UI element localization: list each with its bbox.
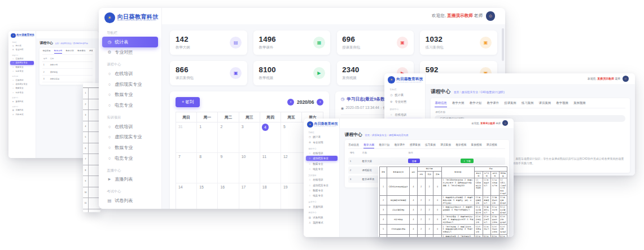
calendar-day[interactable]: 17 (239, 183, 260, 209)
sidebar-entry[interactable]: ○ 在线培训 (99, 68, 161, 79)
sidebar-entry[interactable]: ► 直播列表 (8, 99, 36, 103)
sidebar-entry[interactable]: ○ 电竞专业 (99, 100, 161, 111)
avatar[interactable]: ☺ (502, 120, 508, 126)
download-button[interactable]: ⇩下载 (461, 159, 474, 163)
breadcrumb-link[interactable]: 课程概况内容列表 (389, 134, 409, 137)
tab[interactable]: 练习案例 (522, 101, 533, 107)
sidebar-entry[interactable]: ○ 在线培训 (384, 112, 425, 119)
tab[interactable]: 课后案例 (440, 143, 451, 148)
breadcrumb-link[interactable]: 首页 (365, 134, 372, 137)
tab[interactable]: 教学视频 (557, 101, 568, 107)
tab[interactable]: 基础信息 (348, 143, 359, 148)
calendar-day[interactable]: 9 (218, 153, 239, 183)
sidebar-entry[interactable]: ○ 虚拟现实专业 (304, 182, 339, 187)
avatar[interactable]: ☺ (623, 76, 629, 82)
tab[interactable]: 案例视频 (471, 143, 482, 148)
sidebar-entry[interactable]: ◷ 统计表 (304, 134, 339, 139)
breadcrumb-link[interactable]: 课程概况内容列表 (73, 42, 89, 45)
sidebar-entry[interactable]: ○ 虚拟现实专业 (99, 131, 161, 142)
tab[interactable]: 教学大纲 (363, 143, 374, 148)
sidebar-entry[interactable]: ○ 数媒专业 (304, 161, 339, 166)
sidebar-entry[interactable]: ○ 在线培训 (8, 78, 36, 82)
calendar-day[interactable]: 3 (239, 122, 260, 153)
sidebar-entry[interactable]: ▤ 试卷列表 (8, 108, 36, 112)
sidebar-entry[interactable]: ○ 电竞专业 (8, 90, 36, 94)
calendar-day[interactable]: 10 (239, 153, 260, 183)
tab[interactable]: 教学计划 (379, 143, 389, 148)
sidebar-entry[interactable]: ◷ 统计表 (8, 43, 36, 47)
next-month-icon[interactable]: › (317, 99, 323, 106)
collapse-icon[interactable]: ⊕ (419, 78, 422, 82)
calendar-day[interactable]: 15 (197, 183, 218, 209)
calendar-day[interactable]: 31 (176, 122, 197, 153)
sidebar-entry[interactable]: ○ 在线培训 (99, 121, 161, 132)
tab[interactable]: 授课案例 (89, 50, 93, 54)
tab[interactable]: 教学课件 (487, 101, 499, 107)
tab[interactable]: 基础信息 (435, 101, 446, 107)
table-row[interactable]: 1 教学大纲 (42, 62, 93, 69)
sidebar-entry[interactable]: ⚙ 专业对照 (99, 47, 161, 58)
calendar-day[interactable]: 19 (281, 183, 302, 209)
breadcrumb-link[interactable]: 首页 (454, 91, 462, 94)
calendar-day[interactable]: 5 (281, 122, 302, 153)
sidebar-entry[interactable]: ○ 数媒专业 (304, 188, 339, 193)
sidebar-entry[interactable]: ○ 电竞专业 (99, 153, 161, 164)
sidebar-entry[interactable]: ▤ 试卷列表 (304, 214, 339, 220)
sidebar-entry[interactable]: ► 直播列表 (304, 204, 339, 209)
sidebar-entry[interactable]: ◷ 统计表 (384, 91, 425, 98)
sidebar-entry[interactable]: ♙ 我的考试 (99, 206, 161, 209)
sidebar-entry[interactable]: ○ 电竞专业 (304, 166, 339, 172)
collapse-icon[interactable]: ⊕ (334, 122, 337, 126)
calendar-day[interactable]: 11 (260, 153, 281, 183)
sidebar-entry[interactable]: ○ 虚拟现实专业 (8, 82, 36, 86)
sidebar-entry[interactable]: ○ 数媒专业 (8, 86, 36, 90)
sidebar-entry[interactable]: ▤ 试卷列表 (99, 195, 161, 206)
calendar-day[interactable]: 1 (197, 122, 218, 153)
calendar-day[interactable]: 14 (176, 183, 197, 209)
calendar-day[interactable]: 12 (281, 153, 302, 183)
collapse-icon[interactable]: ⊕ (152, 15, 157, 21)
calendar-day[interactable]: 2 (218, 122, 239, 153)
breadcrumb-link[interactable]: 虚拟现实专业 (462, 91, 481, 94)
sidebar-entry[interactable]: ◷ 统计表 (102, 37, 157, 47)
sidebar-entry[interactable]: ○ 虚拟现实专业 (99, 79, 161, 90)
sidebar-entry[interactable]: ⚙ 专业对照 (384, 98, 425, 105)
sidebar-entry[interactable]: ⚙ 专业对照 (8, 48, 36, 52)
tab[interactable]: 教学大纲 (54, 50, 62, 54)
calendar-day[interactable]: 4 (260, 122, 281, 153)
table-row[interactable]: 3 教学进度表 (42, 76, 93, 82)
sidebar-entry[interactable]: ○ 虚拟现实专业 (10, 61, 34, 65)
sidebar-entry[interactable]: ○ 在线培训 (304, 151, 339, 156)
prev-month-icon[interactable]: ‹ (287, 99, 294, 106)
tab[interactable]: 教学课件 (395, 143, 405, 148)
sidebar-entry[interactable]: ○ 电竞专业 (304, 193, 339, 198)
tab[interactable]: 教学大纲 (452, 101, 464, 107)
sidebar-entry[interactable]: ♙ 我的考试 (304, 220, 339, 225)
avatar[interactable]: ☺ (486, 11, 496, 21)
view-button[interactable]: 查看 (408, 159, 420, 163)
breadcrumb-link[interactable]: 虚拟现实专业 (60, 42, 73, 45)
breadcrumb-link[interactable]: 虚拟现实专业 (372, 134, 389, 137)
tab[interactable]: 案例视频 (573, 101, 585, 107)
sidebar-entry[interactable]: ♙ 我的考试 (8, 112, 36, 116)
sidebar-entry[interactable]: ○ 虚拟现实专业 (306, 156, 338, 161)
sidebar-entry[interactable]: ⚙ 专业对照 (304, 140, 339, 145)
table-row[interactable]: 2 课程标准 (42, 69, 93, 76)
collapse-icon[interactable]: ⊕ (32, 34, 34, 37)
tab[interactable]: 教学计划 (66, 50, 74, 54)
sidebar-entry[interactable]: ○ 在线培训 (8, 56, 36, 60)
tab[interactable]: 授课案例 (504, 101, 516, 107)
sidebar-entry[interactable]: ○ 数媒专业 (99, 90, 161, 100)
tab[interactable]: 课后案例 (539, 101, 551, 107)
sidebar-entry[interactable]: ○ 数媒专业 (8, 65, 36, 69)
sidebar-entry[interactable]: ○ 电竞专业 (8, 69, 36, 73)
sidebar-entry[interactable]: ○ 数媒专业 (99, 142, 161, 153)
signin-button[interactable]: + 签到 (176, 97, 200, 107)
tab[interactable]: 教学计划 (470, 101, 481, 107)
calendar-day[interactable]: 16 (218, 183, 239, 209)
tab[interactable]: 课后视频 (487, 143, 497, 148)
tab[interactable]: 练习案例 (425, 143, 436, 148)
scrollbar[interactable] (502, 28, 504, 61)
calendar-day[interactable]: 18 (260, 183, 281, 209)
calendar-day[interactable]: 7 (176, 153, 197, 183)
